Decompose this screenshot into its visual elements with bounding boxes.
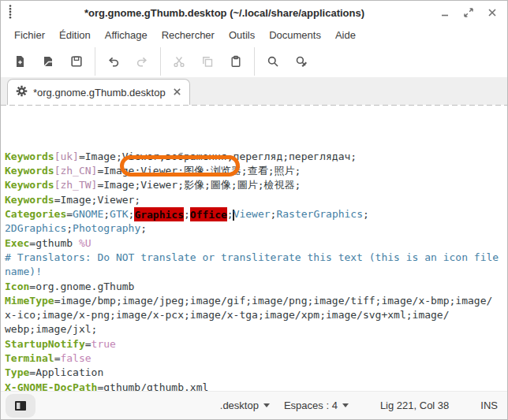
code-segment: Viewer <box>233 208 271 220</box>
code-line: Terminal=false <box>5 351 507 366</box>
code-segment: Type <box>5 366 29 378</box>
code-segment: Keywords <box>5 165 54 177</box>
toolbar-separator <box>160 47 161 76</box>
cut-button[interactable] <box>165 48 193 75</box>
code-line: Categories=GNOME;GTK;Graphics;Office;Vie… <box>5 207 507 221</box>
new-document-button[interactable] <box>6 48 34 75</box>
code-line: MimeType=image/bmp;image/jpeg;image/gif;… <box>5 294 507 308</box>
menu-documents[interactable]: Documents <box>262 27 328 43</box>
restore-button[interactable] <box>460 4 477 21</box>
text-editor-window: *org.gnome.gThumb.desktop (~/.local/shar… <box>0 0 508 420</box>
code-line: Keywords[zh_CN]=Image;Viewer;图像;浏览器;查看;照… <box>5 164 507 178</box>
code-segment: false <box>60 352 91 364</box>
code-line: x-ico;image/x-png;image/x-pcx;image/x-tg… <box>5 308 507 322</box>
undo-button[interactable] <box>99 48 128 75</box>
indentation-dropdown[interactable]: Espaces : 4 <box>284 400 349 411</box>
copy-button[interactable] <box>193 48 222 75</box>
filetype-value: .desktop <box>220 400 259 411</box>
tab-title: *org.gnome.gThumb.desktop <box>33 87 167 98</box>
code-segment: MimeType <box>5 295 54 307</box>
search-and-replace-button[interactable] <box>287 48 316 75</box>
toolbar-separator <box>254 47 255 76</box>
menu-aide[interactable]: Aide <box>328 27 363 43</box>
code-line: 2DGraphics;Photography; <box>5 221 507 236</box>
chevron-down-icon <box>342 403 349 407</box>
window-controls <box>436 4 501 21</box>
tab-close-icon[interactable] <box>173 87 181 98</box>
code-line: Keywords=Image;Viewer; <box>5 193 507 207</box>
menu-rechercher[interactable]: Rechercher <box>155 27 222 43</box>
code-segment: [zh_TW] <box>54 179 98 191</box>
input-mode-indicator: INS <box>480 400 498 411</box>
menu-affichage[interactable]: Affichage <box>98 27 155 43</box>
statusbar: .desktop Espaces : 4 Lig 221, Col 38 INS <box>1 391 507 419</box>
code-segment: Office <box>190 207 227 221</box>
side-panel-toggle-button[interactable] <box>6 394 35 418</box>
code-segment: Keywords <box>5 179 54 191</box>
window-title: *org.gnome.gThumb.desktop (~/.local/shar… <box>13 7 436 19</box>
code-segment: =Image;Viewer;зображення;перегляд;перегл… <box>79 151 357 162</box>
code-segment: Exec <box>5 237 29 249</box>
menu-fichier[interactable]: Fichier <box>7 27 52 43</box>
code-segment: ; <box>363 208 369 220</box>
code-line: Exec=gthumb %U <box>5 236 507 251</box>
editor-lines: Keywords[uk]=Image;Viewer;зображення;пер… <box>5 150 507 391</box>
gear-icon <box>16 85 28 99</box>
code-segment: true <box>92 338 116 350</box>
code-segment: Icon <box>5 281 29 292</box>
code-segment: Keywords <box>5 151 54 162</box>
code-segment: = <box>66 208 73 220</box>
tab-bar: *org.gnome.gThumb.desktop <box>1 77 507 105</box>
tab-org-gnome-gthumb-desktop[interactable]: *org.gnome.gThumb.desktop <box>7 79 190 105</box>
code-segment: 2DGraphics <box>5 222 66 234</box>
save-button[interactable] <box>62 48 91 75</box>
code-line: name)! <box>5 265 507 279</box>
code-segment: X-GNOME-DocPath <box>5 381 97 391</box>
redo-button[interactable] <box>128 48 156 75</box>
toolbar-separator <box>95 47 95 76</box>
code-segment: name)! <box>5 266 42 277</box>
code-segment: %U <box>79 237 92 249</box>
code-segment: =Image;Viewer;图像;浏览器;查看;照片; <box>97 165 301 177</box>
code-segment: GTK <box>110 208 128 220</box>
code-line: Keywords[zh_TW]=Image;Viewer;影像;圖像;圖片;檢視… <box>5 178 507 192</box>
code-segment: x-ico;image/x-png;image/x-pcx;image/x-tg… <box>5 309 450 321</box>
code-line: StartupNotify=true <box>5 337 507 351</box>
code-segment: =org.gnome.gThumb <box>29 281 134 292</box>
code-line: # Translators: Do NOT translate or trans… <box>5 251 507 265</box>
code-segment: =Image;Viewer;影像;圖像;圖片;檢視器; <box>97 179 301 191</box>
code-segment: =Image;Viewer; <box>54 194 141 206</box>
cursor-position[interactable]: Lig 221, Col 38 <box>380 400 449 411</box>
code-segment: GNOME <box>73 208 103 220</box>
close-button[interactable] <box>484 4 501 21</box>
code-segment: =gthumb/gthumb.xml <box>97 381 208 391</box>
code-segment: =gthumb <box>29 237 79 249</box>
code-line: Keywords[uk]=Image;Viewer;зображення;пер… <box>5 150 507 164</box>
code-segment: =image/bmp;image/jpeg;image/gif;image/pn… <box>54 295 493 307</box>
code-segment: Graphics <box>134 207 184 221</box>
code-segment: =Application <box>29 366 103 378</box>
code-segment: ; <box>140 222 147 234</box>
code-segment: webp;image/jxl; <box>5 323 97 335</box>
code-segment: ; <box>184 208 190 220</box>
editor-text-area[interactable]: Keywords[uk]=Image;Viewer;зображення;пер… <box>1 105 507 391</box>
code-segment: Photography <box>73 222 140 234</box>
search-button[interactable] <box>259 48 287 75</box>
menu-outils[interactable]: Outils <box>222 27 262 43</box>
code-segment: # Translators: Do NOT translate or trans… <box>5 251 499 263</box>
menubar: Fichier Édition Affichage Rechercher Out… <box>1 24 507 45</box>
indentation-value: Espaces : 4 <box>284 400 338 411</box>
code-segment: ; <box>66 222 73 234</box>
code-segment: StartupNotify <box>5 338 85 350</box>
open-document-button[interactable] <box>34 48 62 75</box>
filetype-dropdown[interactable]: .desktop <box>220 400 270 411</box>
code-segment: Terminal <box>5 352 54 364</box>
dashed-separator <box>1 105 507 106</box>
menu-edition[interactable]: Édition <box>52 27 98 43</box>
code-segment: = <box>85 338 92 350</box>
code-segment: ; <box>103 208 110 220</box>
paste-button[interactable] <box>222 48 250 75</box>
code-segment: RasterGraphics <box>276 208 363 220</box>
minimize-button[interactable] <box>436 4 454 21</box>
code-line: webp;image/jxl; <box>5 322 507 336</box>
